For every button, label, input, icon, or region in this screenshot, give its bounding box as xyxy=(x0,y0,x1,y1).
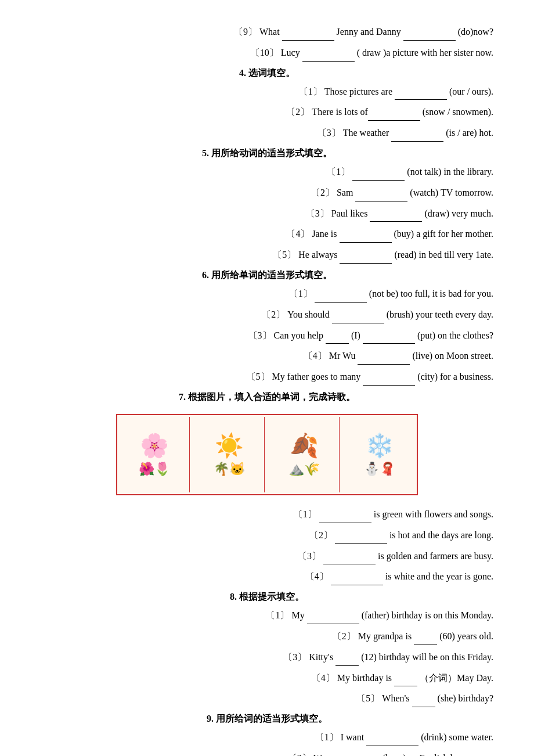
section6-item3: 〔3〕 Can you help (I) (put) on the clothe… xyxy=(41,327,493,344)
section8-title: 8. 根据提示填空。 xyxy=(41,591,493,603)
spring-panel: 🌸 🌺🌷 xyxy=(120,417,190,492)
section9-item2: 〔2〕 We (have) an English lesson now. xyxy=(41,750,493,756)
continued-item-10: 〔10〕 Lucy ( draw )a picture with her sis… xyxy=(41,44,493,62)
section8-item4: 〔4〕 My birthday is （介词）May Day. xyxy=(41,669,493,687)
section4-item2: 〔2〕 There is lots of (snow / snowmen). xyxy=(41,103,493,121)
seasons-image: 🌸 🌺🌷 ☀️ 🌴🐱 🍂 ⛰️🌾 ❄️ ⛄🧣 xyxy=(116,414,418,495)
section5-item3: 〔3〕 Paul likes (draw) very much. xyxy=(41,205,493,222)
section5-title: 5. 用所给动词的适当形式填空。 xyxy=(41,147,493,160)
section9-item1: 〔1〕 I want (drink) some water. xyxy=(41,729,493,746)
continued-item-9: 〔9〕 What Jenny and Danny (do)now? xyxy=(41,23,493,41)
section7-item2: 〔2〕 is hot and the days are long. xyxy=(41,527,493,544)
section5-item1: 〔1〕 (not talk) in the library. xyxy=(41,163,493,181)
section6-item5: 〔5〕 My father goes to many (city) for a … xyxy=(41,368,493,386)
section5-item5: 〔5〕 He always (read) in bed till very 1a… xyxy=(41,246,493,264)
section9-title: 9. 用所给词的适当形式填空。 xyxy=(41,713,493,725)
section8-item1: 〔1〕 My (father) birthday is on this Mond… xyxy=(41,607,493,624)
section8-item2: 〔2〕 My grandpa is (60) years old. xyxy=(41,628,493,645)
section6-item1: 〔1〕 (not be) too full, it is bad for you… xyxy=(41,285,493,303)
section4-title: 4. 选词填空。 xyxy=(41,67,493,80)
autumn-panel: 🍂 ⛰️🌾 xyxy=(270,417,340,492)
section6-title: 6. 用所给单词的适当形式填空。 xyxy=(41,269,493,282)
summer-panel: ☀️ 🌴🐱 xyxy=(195,417,265,492)
section4-item1: 〔1〕 Those pictures are (our / ours). xyxy=(41,83,493,100)
page-content: 〔9〕 What Jenny and Danny (do)now? 〔10〕 L… xyxy=(41,23,493,756)
section7-item4: 〔4〕 is white and the year is gone. xyxy=(41,568,493,585)
section6-item4: 〔4〕 Mr Wu (live) on Moon street. xyxy=(41,347,493,365)
section8-item3: 〔3〕 Kitty's (12) birthday will be on thi… xyxy=(41,649,493,666)
section7-item1: 〔1〕 is green with flowers and songs. xyxy=(41,506,493,523)
section7-item3: 〔3〕 is golden and farmers are busy. xyxy=(41,548,493,565)
section7-title: 7. 根据图片，填入合适的单词，完成诗歌。 xyxy=(41,391,493,404)
winter-panel: ❄️ ⛄🧣 xyxy=(345,417,414,492)
section8-item5: 〔5〕 When's (she) birthday? xyxy=(41,690,493,707)
section4-item3: 〔3〕 The weather (is / are) hot. xyxy=(41,124,493,142)
section5-item4: 〔4〕 Jane is (buy) a gift for her mother. xyxy=(41,225,493,243)
section5-item2: 〔2〕 Sam (watch) TV tomorrow. xyxy=(41,184,493,201)
section6-item2: 〔2〕 You should (brush) your teeth every … xyxy=(41,306,493,323)
